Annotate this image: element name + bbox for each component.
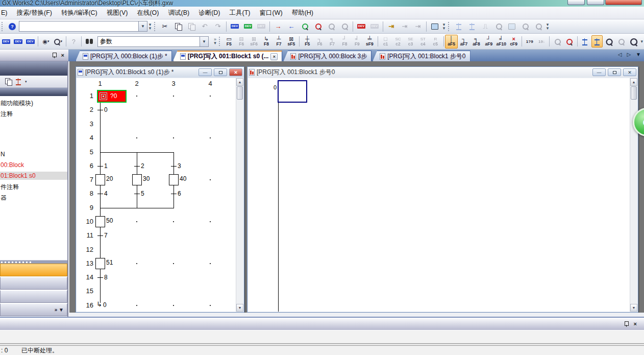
search-combo[interactable]: ▼ xyxy=(19,21,147,32)
sfc-dummy-step-button[interactable]: ⊟F6 xyxy=(235,35,247,49)
redo-button[interactable]: ↷ xyxy=(212,20,224,33)
menu-item-diagnostics[interactable]: 诊断(D) xyxy=(194,7,225,19)
sfc-simultaneous-convergence-button[interactable]: ╛F9 xyxy=(351,35,363,49)
sfc-vertical-line-2-button[interactable]: ╧sF9 xyxy=(363,35,376,49)
sort-tree-icon[interactable] xyxy=(15,78,22,85)
step-number-sort-button[interactable]: 1?9 xyxy=(524,35,535,48)
dropdown-arrow-icon[interactable]: ▾ xyxy=(60,39,62,43)
tree-item-device-memory[interactable]: 器 xyxy=(0,193,9,203)
block-search-button[interactable] xyxy=(564,35,575,48)
write-to-plc-button[interactable]: → xyxy=(272,20,284,33)
scroll-up-icon[interactable]: ▲ xyxy=(236,78,243,86)
menu-item-tools[interactable]: 工具(T) xyxy=(225,7,255,19)
note-insert-button[interactable]: ⇥ xyxy=(399,20,411,33)
sfc-step-button[interactable]: ▭F5 xyxy=(223,35,235,49)
intelligent-module-monitor-button[interactable] xyxy=(453,20,465,33)
find-button[interactable] xyxy=(84,35,95,48)
device-display-mode-button[interactable]: ◉▾ xyxy=(40,35,52,48)
ladder-canvas[interactable]: 0 ▲ ▼ xyxy=(248,78,637,312)
sfc-end-step-button[interactable]: ⊠sF5 xyxy=(285,35,298,49)
monitor-stop-button[interactable] xyxy=(312,20,324,33)
monitor-start-button[interactable] xyxy=(299,20,311,33)
device-monitor-button[interactable]: DEV xyxy=(242,20,254,33)
toolbar-grip[interactable] xyxy=(448,22,451,31)
hot-key-button[interactable]: HKY xyxy=(255,20,267,33)
tab-block0-ladder[interactable]: [PRG]写入 000:Block 3步 xyxy=(283,51,371,61)
device-tree-button[interactable]: DEV xyxy=(24,35,36,48)
intelligent-module-button[interactable] xyxy=(466,20,478,33)
window-restore-icon[interactable] xyxy=(608,68,621,76)
menu-item-debug[interactable]: 调试(B) xyxy=(164,7,194,19)
sfc-transition-button[interactable]: ┴F7 xyxy=(273,35,285,49)
dropdown-arrow-icon[interactable]: ▾ xyxy=(47,39,49,43)
sfc-transition[interactable] xyxy=(134,194,140,194)
tab-scroll-right-icon[interactable]: ▷ xyxy=(627,52,631,57)
monitor-write-mode-button[interactable] xyxy=(325,20,337,33)
scroll-down-icon[interactable]: ▼ xyxy=(630,304,637,312)
watch-register-button[interactable] xyxy=(492,20,505,33)
program-display2-button[interactable] xyxy=(616,35,627,48)
sfc-st-button[interactable]: STc4 xyxy=(417,35,429,49)
device-memory-button[interactable]: DEV xyxy=(13,35,24,48)
sfc-window-titlebar[interactable]: [PRG]写入 001:Block1 s0 (1)步 * — ✕ xyxy=(76,67,244,78)
tree-item-main[interactable]: N xyxy=(0,150,7,158)
tab-list-dropdown-icon[interactable]: ▼ xyxy=(636,52,641,57)
scrollbar-thumb[interactable] xyxy=(237,86,243,100)
tab-block0-sfc[interactable]: [PRG]写入 000:Block (1)步 * xyxy=(76,51,172,61)
sfc-selection-divergence-button[interactable]: ┐F6 xyxy=(313,35,326,49)
sfc-delete-line-button[interactable]: ×cF9 xyxy=(508,35,520,49)
sfc-tree-display-button[interactable] xyxy=(580,35,591,48)
sfc-simultaneous-divergence-button[interactable]: ╕F7 xyxy=(326,35,338,49)
sfc-step-20[interactable] xyxy=(95,174,105,185)
sfc-transition[interactable] xyxy=(97,194,103,194)
display-setting-button[interactable] xyxy=(429,20,441,33)
undo-button[interactable]: ↶ xyxy=(199,20,211,33)
menu-item-edit-partial[interactable]: E) xyxy=(0,8,12,18)
menu-item-online[interactable]: 在线(O) xyxy=(132,7,163,19)
tree-item-block0[interactable]: 00:Block xyxy=(0,161,26,169)
read-from-plc-button[interactable]: ← xyxy=(285,20,298,33)
window-select-combo[interactable]: 参数 ▼ xyxy=(97,36,209,47)
local-device2-button[interactable] xyxy=(532,20,544,33)
sfc-draw-simultaneous-convergence-button[interactable]: ╛aF10 xyxy=(495,35,507,49)
sfc-jump-arrow-icon[interactable]: ↳ xyxy=(96,301,102,307)
pin-icon[interactable] xyxy=(52,53,57,58)
sfc-vertical-scrollbar[interactable]: ▲ ▼ xyxy=(236,78,243,312)
sfc-transition[interactable] xyxy=(171,194,177,194)
toolbar-overflow-icon[interactable]: ▾▾ xyxy=(441,23,447,30)
minimize-button[interactable] xyxy=(567,0,585,5)
device-search-button[interactable]: ▾ xyxy=(53,35,64,48)
copy-button[interactable] xyxy=(172,20,184,33)
device-batch-button[interactable]: DEV xyxy=(229,20,241,33)
device-comment-button[interactable]: DEV xyxy=(1,35,12,48)
sfc-transition[interactable] xyxy=(171,166,177,167)
pane-resize-handle[interactable] xyxy=(0,260,67,264)
zoom-button[interactable] xyxy=(628,35,639,48)
cut-button[interactable]: ✂ xyxy=(159,20,171,33)
scroll-down-icon[interactable]: ▼ xyxy=(236,304,243,312)
sfc-initial-step-selected[interactable]: ?0 xyxy=(97,90,127,103)
sfc-block-step-button[interactable]: ⊞sF6 xyxy=(247,35,260,49)
window-close-icon[interactable]: ✕ xyxy=(229,68,242,76)
menu-item-convert-compile[interactable]: 转换/编译(C) xyxy=(57,7,102,19)
tab-block1-sfc-active[interactable]: [PRG]写入 001:Block1 s0 (... × xyxy=(173,51,283,61)
chevron-right-icon[interactable]: » xyxy=(55,307,58,313)
chevron-down-icon[interactable]: ▼ xyxy=(59,307,64,313)
combo-dropdown-icon[interactable]: ▼ xyxy=(200,37,208,46)
window-restore-icon[interactable] xyxy=(214,68,227,76)
sfc-transition[interactable] xyxy=(97,277,103,278)
tab-close-icon[interactable]: × xyxy=(270,53,278,60)
menu-item-help[interactable]: 帮助(H) xyxy=(287,7,318,19)
maximize-button[interactable] xyxy=(587,0,604,5)
toolbar-overflow-icon[interactable]: ▾ xyxy=(639,40,644,43)
ladder-window-titlebar[interactable]: [PRG]写入 001:Block1 步号0 — ✕ xyxy=(247,67,638,78)
device-display-cancel-button[interactable]: DEV xyxy=(368,20,381,33)
context-help-button[interactable]: ? xyxy=(68,35,79,48)
step-number-resort-button[interactable]: 19↓ xyxy=(536,35,548,48)
sfc-transition[interactable] xyxy=(134,166,140,167)
watch-window-button[interactable] xyxy=(506,20,518,33)
sfc-transition[interactable] xyxy=(97,110,103,110)
tree-item-device-comment[interactable]: 件注释 xyxy=(0,182,21,192)
tab-scroll-left-icon[interactable]: ◁ xyxy=(618,52,622,57)
paste-button[interactable] xyxy=(185,20,197,33)
